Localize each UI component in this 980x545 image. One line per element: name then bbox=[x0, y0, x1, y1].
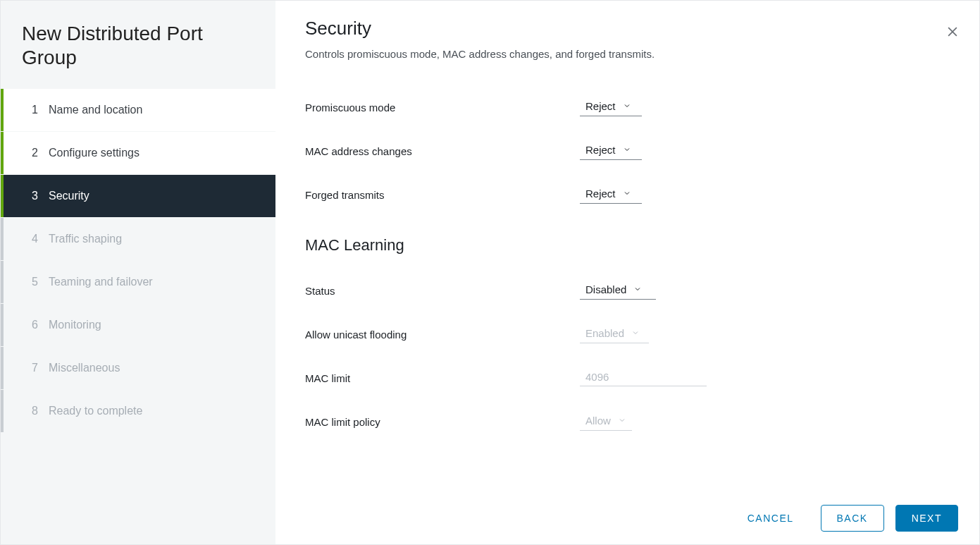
select-value: Reject bbox=[585, 188, 616, 200]
row-allow-unicast-flooding: Allow unicast flooding Enabled bbox=[305, 312, 950, 356]
step-miscellaneous: 7 Miscellaneous bbox=[1, 347, 275, 389]
select-value: Reject bbox=[585, 100, 616, 112]
row-mac-limit: MAC limit bbox=[305, 356, 950, 400]
wizard-footer: CANCEL BACK NEXT bbox=[732, 505, 958, 532]
allow-unicast-flooding-select: Enabled bbox=[580, 326, 649, 343]
field-label: Allow unicast flooding bbox=[305, 329, 580, 341]
chevron-down-icon bbox=[631, 327, 640, 340]
step-label: Name and location bbox=[49, 104, 142, 116]
wizard-main-panel: Security Controls promiscuous mode, MAC … bbox=[275, 1, 979, 544]
step-number: 4 bbox=[32, 233, 49, 245]
step-label: Ready to complete bbox=[49, 405, 142, 417]
panel-title: Security bbox=[305, 18, 950, 39]
mac-limit-input-wrap bbox=[580, 369, 707, 386]
row-promiscuous-mode: Promiscuous mode Reject bbox=[305, 85, 950, 129]
step-traffic-shaping: 4 Traffic shaping bbox=[1, 218, 275, 260]
wizard-steps: 1 Name and location 2 Configure settings… bbox=[1, 89, 275, 433]
field-label: MAC limit policy bbox=[305, 416, 580, 428]
close-icon bbox=[945, 25, 960, 39]
step-number: 1 bbox=[32, 104, 49, 116]
step-number: 7 bbox=[32, 362, 49, 374]
back-button[interactable]: BACK bbox=[821, 505, 884, 532]
wizard-sidebar: New Distributed Port Group 1 Name and lo… bbox=[1, 1, 275, 544]
mac-learning-status-select[interactable]: Disabled bbox=[580, 282, 656, 300]
select-value: Enabled bbox=[585, 327, 624, 339]
step-number: 3 bbox=[32, 190, 49, 202]
field-label: MAC address changes bbox=[305, 145, 580, 157]
wizard-title: New Distributed Port Group bbox=[1, 16, 275, 89]
step-number: 6 bbox=[32, 319, 49, 331]
field-label: Promiscuous mode bbox=[305, 102, 580, 114]
chevron-down-icon bbox=[618, 415, 626, 427]
chevron-down-icon bbox=[633, 283, 642, 296]
row-status: Status Disabled bbox=[305, 269, 950, 312]
step-number: 2 bbox=[32, 147, 49, 159]
select-value: Allow bbox=[585, 415, 611, 427]
row-mac-limit-policy: MAC limit policy Allow bbox=[305, 400, 950, 443]
cancel-button[interactable]: CANCEL bbox=[732, 506, 810, 531]
field-label: MAC limit bbox=[305, 372, 580, 384]
mac-learning-heading: MAC Learning bbox=[305, 236, 950, 255]
close-button[interactable] bbox=[945, 25, 960, 39]
step-label: Miscellaneous bbox=[49, 362, 120, 374]
step-security[interactable]: 3 Security bbox=[1, 175, 275, 217]
row-forged-transmits: Forged transmits Reject bbox=[305, 173, 950, 216]
panel-description: Controls promiscuous mode, MAC address c… bbox=[305, 48, 950, 60]
wizard-dialog: New Distributed Port Group 1 Name and lo… bbox=[0, 0, 980, 545]
step-configure-settings[interactable]: 2 Configure settings bbox=[1, 132, 275, 174]
row-mac-address-changes: MAC address changes Reject bbox=[305, 129, 950, 173]
chevron-down-icon bbox=[623, 100, 631, 113]
step-name-and-location[interactable]: 1 Name and location bbox=[1, 89, 275, 131]
field-label: Status bbox=[305, 285, 580, 297]
select-value: Reject bbox=[585, 144, 616, 156]
step-monitoring: 6 Monitoring bbox=[1, 304, 275, 346]
chevron-down-icon bbox=[623, 144, 631, 157]
step-label: Security bbox=[49, 190, 89, 202]
step-label: Configure settings bbox=[49, 147, 139, 159]
select-value: Disabled bbox=[585, 283, 626, 295]
promiscuous-mode-select[interactable]: Reject bbox=[580, 99, 642, 116]
forged-transmits-select[interactable]: Reject bbox=[580, 186, 642, 204]
mac-address-changes-select[interactable]: Reject bbox=[580, 142, 642, 160]
step-number: 5 bbox=[32, 276, 49, 288]
step-number: 8 bbox=[32, 405, 49, 417]
step-label: Teaming and failover bbox=[49, 276, 153, 288]
next-button[interactable]: NEXT bbox=[895, 505, 958, 532]
field-label: Forged transmits bbox=[305, 189, 580, 201]
step-label: Traffic shaping bbox=[49, 233, 122, 245]
step-label: Monitoring bbox=[49, 319, 101, 331]
step-ready-to-complete: 8 Ready to complete bbox=[1, 390, 275, 432]
step-teaming-and-failover: 5 Teaming and failover bbox=[1, 261, 275, 303]
mac-limit-policy-select: Allow bbox=[580, 413, 632, 431]
chevron-down-icon bbox=[623, 188, 631, 200]
mac-limit-input bbox=[585, 371, 705, 383]
security-form: Promiscuous mode Reject MAC address chan… bbox=[305, 85, 950, 443]
